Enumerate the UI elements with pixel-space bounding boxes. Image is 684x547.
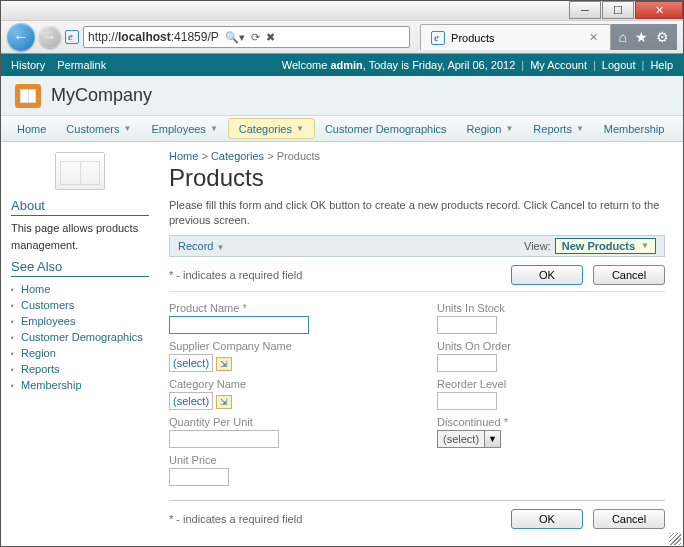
chevron-down-icon: ▼ bbox=[124, 124, 132, 133]
product-name-label: Product Name * bbox=[169, 302, 397, 314]
supplier-select[interactable]: (select) bbox=[169, 354, 213, 372]
nav-home[interactable]: Home bbox=[7, 116, 56, 141]
nav-region[interactable]: Region▼ bbox=[457, 116, 524, 141]
supplier-label: Supplier Company Name bbox=[169, 340, 397, 352]
address-bar[interactable]: http://localhost:41859/P 🔍▾ ⟳ ✖ bbox=[83, 26, 410, 48]
search-icon[interactable]: 🔍▾ bbox=[225, 31, 245, 44]
logout-link[interactable]: Logout bbox=[602, 59, 636, 71]
nav-reports[interactable]: Reports▼ bbox=[523, 116, 593, 141]
welcome-text: Welcome admin, Today is Friday, April 06… bbox=[282, 59, 516, 71]
breadcrumb-home[interactable]: Home bbox=[169, 150, 198, 162]
qty-input[interactable] bbox=[169, 430, 279, 448]
seealso-heading: See Also bbox=[11, 259, 149, 277]
ok-button-bottom[interactable]: OK bbox=[511, 509, 583, 529]
app-top-bar: History Permalink Welcome admin, Today i… bbox=[1, 54, 683, 76]
reorder-label: Reorder Level bbox=[437, 378, 665, 390]
gear-icon[interactable]: ⚙ bbox=[656, 29, 669, 45]
record-menu[interactable]: Record ▼ bbox=[178, 240, 224, 252]
resize-grip-icon[interactable] bbox=[669, 533, 681, 545]
breadcrumb: Home > Categories > Products bbox=[169, 150, 665, 162]
chevron-down-icon: ▼ bbox=[217, 243, 225, 252]
about-body: This page allows products management. bbox=[11, 220, 149, 253]
ie-tab-icon bbox=[431, 31, 445, 45]
required-note: * - indicates a required field bbox=[169, 269, 302, 281]
home-icon[interactable]: ⌂ bbox=[619, 29, 627, 45]
window-close-button[interactable]: ✕ bbox=[635, 1, 683, 19]
category-select[interactable]: (select) bbox=[169, 392, 213, 410]
category-label: Category Name bbox=[169, 378, 397, 390]
main-nav: Home Customers▼ Employees▼ Categories▼ C… bbox=[1, 116, 683, 142]
ok-button[interactable]: OK bbox=[511, 265, 583, 285]
page-icon bbox=[55, 152, 105, 190]
company-logo-icon bbox=[15, 84, 41, 108]
tab-title: Products bbox=[451, 32, 494, 44]
sidebar: About This page allows products manageme… bbox=[1, 142, 159, 535]
seealso-link[interactable]: Region bbox=[21, 347, 56, 359]
help-link[interactable]: Help bbox=[650, 59, 673, 71]
company-name: MyCompany bbox=[51, 85, 152, 106]
permalink-link[interactable]: Permalink bbox=[57, 59, 106, 71]
breadcrumb-categories[interactable]: Categories bbox=[211, 150, 264, 162]
cancel-button-bottom[interactable]: Cancel bbox=[593, 509, 665, 529]
nav-employees[interactable]: Employees▼ bbox=[141, 116, 227, 141]
unit-price-label: Unit Price bbox=[169, 454, 397, 466]
unit-price-input[interactable] bbox=[169, 468, 229, 486]
browser-toolbar: ← → http://localhost:41859/P 🔍▾ ⟳ ✖ Prod… bbox=[1, 20, 683, 54]
nav-categories[interactable]: Categories▼ bbox=[228, 118, 315, 139]
qty-label: Quantity Per Unit bbox=[169, 416, 397, 428]
my-account-link[interactable]: My Account bbox=[530, 59, 587, 71]
chevron-down-icon: ▼ bbox=[576, 124, 584, 133]
content-area: Home > Categories > Products Products Pl… bbox=[159, 142, 683, 535]
cancel-button[interactable]: Cancel bbox=[593, 265, 665, 285]
lookup-icon[interactable]: ⇲ bbox=[216, 395, 232, 409]
discontinued-select[interactable]: (select)▼ bbox=[437, 430, 501, 448]
discontinued-label: Discontinued * bbox=[437, 416, 665, 428]
browser-tab[interactable]: Products ✕ bbox=[420, 24, 610, 50]
seealso-link[interactable]: Home bbox=[21, 283, 50, 295]
window-maximize-button[interactable]: ☐ bbox=[602, 1, 634, 19]
page-description: Please fill this form and click OK butto… bbox=[169, 198, 665, 229]
browser-back-button[interactable]: ← bbox=[7, 23, 35, 51]
seealso-link[interactable]: Customer Demographics bbox=[21, 331, 143, 343]
nav-customers[interactable]: Customers▼ bbox=[56, 116, 141, 141]
page-title: Products bbox=[169, 164, 665, 192]
chevron-down-icon: ▼ bbox=[296, 124, 304, 133]
view-label: View: bbox=[524, 240, 551, 252]
window-title-bar: ─ ☐ ✕ bbox=[1, 1, 683, 20]
seealso-link[interactable]: Employees bbox=[21, 315, 75, 327]
chevron-down-icon: ▼ bbox=[210, 124, 218, 133]
seealso-link[interactable]: Reports bbox=[21, 363, 60, 375]
units-in-stock-input[interactable] bbox=[437, 316, 497, 334]
seealso-link[interactable]: Membership bbox=[21, 379, 82, 391]
units-on-order-label: Units On Order bbox=[437, 340, 665, 352]
seealso-link[interactable]: Customers bbox=[21, 299, 74, 311]
favorites-icon[interactable]: ★ bbox=[635, 29, 648, 45]
brand-bar: MyCompany bbox=[1, 76, 683, 116]
history-link[interactable]: History bbox=[11, 59, 45, 71]
browser-forward-button[interactable]: → bbox=[39, 26, 61, 48]
record-toolbar: Record ▼ View: New Products▼ bbox=[169, 235, 665, 257]
about-heading: About bbox=[11, 198, 149, 216]
window-minimize-button[interactable]: ─ bbox=[569, 1, 601, 19]
refresh-icon[interactable]: ⟳ bbox=[251, 31, 260, 44]
product-form: Product Name * Units In Stock Supplier C… bbox=[169, 292, 665, 496]
units-in-stock-label: Units In Stock bbox=[437, 302, 665, 314]
chevron-down-icon: ▼ bbox=[484, 431, 500, 447]
chevron-down-icon: ▼ bbox=[641, 241, 649, 250]
nav-membership[interactable]: Membership bbox=[594, 116, 675, 141]
nav-customer-demographics[interactable]: Customer Demographics bbox=[315, 116, 457, 141]
seealso-list: Home Customers Employees Customer Demogr… bbox=[11, 281, 149, 393]
product-name-input[interactable] bbox=[169, 316, 309, 334]
reorder-input[interactable] bbox=[437, 392, 497, 410]
required-note-bottom: * - indicates a required field bbox=[169, 513, 302, 525]
ie-favicon-icon bbox=[65, 30, 79, 44]
view-selector[interactable]: New Products▼ bbox=[555, 238, 656, 254]
chevron-down-icon: ▼ bbox=[505, 124, 513, 133]
lookup-icon[interactable]: ⇲ bbox=[216, 357, 232, 371]
tab-close-icon[interactable]: ✕ bbox=[587, 31, 600, 44]
units-on-order-input[interactable] bbox=[437, 354, 497, 372]
stop-icon[interactable]: ✖ bbox=[266, 31, 275, 44]
breadcrumb-current: Products bbox=[277, 150, 320, 162]
